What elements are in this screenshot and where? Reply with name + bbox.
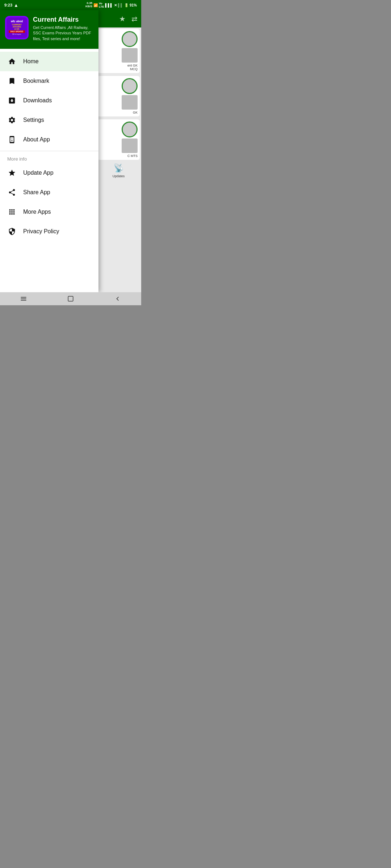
battery-icon: 🔋 [124,3,129,7]
svg-rect-0 [68,296,73,301]
drawer-header: करेंट अफेयर्स CURRENT AFFAIRS& GK DAILY … [0,10,98,49]
nav-label-downloads: Downloads [23,97,52,104]
card-item-3: C MTS [97,119,140,160]
bottom-nav [0,292,141,305]
app-icon-bottom: हिंदी & English [12,33,21,35]
card-label-2: GK [133,111,138,114]
app-icon-daily: DAILY UPDATED [9,30,25,33]
share-app-icon [7,188,17,197]
nav-item-settings[interactable]: Settings [0,110,98,130]
nav-label-update: Update App [23,170,54,176]
nav-item-downloads[interactable]: Downloads [0,91,98,110]
status-bar: 9:23 ▲ 0.35KB/S 📶 VoLTE ▌▌▌ ✕ ▌▌ 🔋 91% [0,0,141,10]
right-panel: ★ ⇄ ent GKMCQ GK C MTS 📡 Updates [96,10,141,292]
drawer-app-title: Current Affairs [33,16,93,24]
update-icon [7,168,17,178]
settings-icon [7,115,17,125]
weak-signal: ▌▌ [118,3,123,7]
signal-icon: ▌▌▌ [105,3,113,7]
drawer-nav: Home Bookmark Downloads [0,49,98,292]
rss-area: 📡 Updates [96,161,141,180]
card-label-3: C MTS [127,154,138,158]
nav-label-bookmark: Bookmark [23,78,49,84]
data-speed: 0.35KB/S [85,2,92,8]
nav-item-share[interactable]: Share App [0,183,98,202]
status-right: 0.35KB/S 📶 VoLTE ▌▌▌ ✕ ▌▌ 🔋 91% [85,2,137,8]
card-circle-3 [122,122,138,137]
nav-item-about[interactable]: About App [0,130,98,149]
card-circle-2 [122,78,138,94]
card-rect-2 [122,95,138,110]
rss-icon: 📡 [114,163,123,173]
nav-label-settings: Settings [23,117,44,123]
bookmark-icon [7,76,17,86]
vo-lte: VoLTE [99,2,104,8]
more-apps-icon [7,207,17,217]
card-list: ent GKMCQ GK C MTS 📡 Updates [96,27,141,292]
bottom-nav-back[interactable] [94,292,141,305]
nav-divider [0,151,98,151]
status-left: 9:23 ▲ [4,3,18,8]
card-item-2: GK [97,76,140,116]
home-icon [7,57,17,66]
app-icon-eng: CURRENT AFFAIRS& GK [8,24,26,30]
app-icon-hindi: करेंट अफेयर्स [11,20,23,23]
drawer-header-text: Current Affairs Get Current Affairs ,All… [33,16,93,42]
card-circle-1 [122,31,138,47]
privacy-icon [7,227,17,236]
header-right-icons: ★ ⇄ [96,10,141,27]
nav-label-home: Home [23,58,39,65]
nav-item-privacy[interactable]: Privacy Policy [0,222,98,241]
time: 9:23 [4,3,12,7]
app-icon-inner: करेंट अफेयर्स CURRENT AFFAIRS& GK DAILY … [7,17,27,38]
x-signal: ✕ [114,3,117,7]
nav-item-home[interactable]: Home [0,52,98,71]
share-icon[interactable]: ⇄ [131,14,138,23]
card-item: ent GKMCQ [97,29,140,73]
nav-item-bookmark[interactable]: Bookmark [0,71,98,91]
bottom-nav-menu[interactable] [0,292,47,305]
nav-icon: ▲ [14,3,18,8]
star-icon[interactable]: ★ [119,14,126,23]
rss-label: Updates [113,174,125,178]
wifi-icon: 📶 [93,3,98,7]
nav-item-more-apps[interactable]: More Apps [0,202,98,222]
nav-label-share: Share App [23,189,50,196]
nav-label-more-apps: More Apps [23,209,51,215]
nav-label-about: About App [23,136,50,143]
app-icon: करेंट अफेयर्स CURRENT AFFAIRS& GK DAILY … [5,16,29,39]
bottom-nav-home[interactable] [47,292,94,305]
card-rect-3 [122,139,138,153]
nav-item-update[interactable]: Update App [0,163,98,183]
battery-pct: 91% [130,3,137,7]
more-info-label: More info [0,153,98,163]
about-icon [7,135,17,144]
downloads-icon [7,96,17,105]
nav-label-privacy: Privacy Policy [23,228,59,235]
navigation-drawer: करेंट अफेयर्स CURRENT AFFAIRS& GK DAILY … [0,10,98,292]
card-label-1: ent GKMCQ [127,64,138,71]
card-rect-1 [122,48,138,63]
drawer-app-desc: Get Current Affairs ,All Railway, SSC Ex… [33,25,93,42]
